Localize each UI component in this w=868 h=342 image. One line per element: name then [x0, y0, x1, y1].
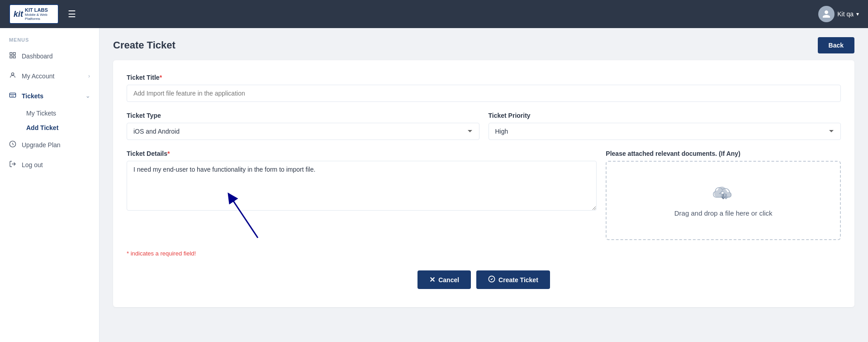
- svg-point-4: [11, 73, 14, 75]
- user-name: Kit qa: [837, 10, 854, 18]
- sidebar-item-my-tickets[interactable]: My Tickets: [22, 106, 99, 120]
- ticket-title-input[interactable]: [127, 85, 841, 102]
- sidebar-logout-label: Log out: [22, 161, 43, 169]
- form-actions: ✕ Cancel Create Ticket: [127, 264, 841, 294]
- user-menu[interactable]: Kit qa ▾: [818, 6, 859, 22]
- sidebar-item-tickets[interactable]: Tickets ⌄: [0, 86, 99, 106]
- cancel-x-icon: ✕: [429, 275, 435, 284]
- sidebar-item-dashboard[interactable]: Dashboard: [0, 46, 99, 66]
- ticket-priority-label: Ticket Priority: [489, 112, 841, 119]
- details-upload-row: Ticket Details* I need my end-user to ha…: [127, 150, 841, 240]
- required-asterisk: *: [160, 74, 162, 81]
- ticket-title-label: Ticket Title*: [127, 74, 841, 81]
- svg-rect-2: [10, 56, 12, 58]
- sidebar-item-upgrade-plan[interactable]: Upgrade Plan: [0, 135, 99, 155]
- main-content: Create Ticket Back Ticket Title* Ticket …: [100, 28, 868, 342]
- upgrade-plan-icon: [9, 140, 16, 149]
- page-title: Create Ticket: [113, 39, 175, 51]
- sidebar-item-my-account[interactable]: My Account ›: [0, 66, 99, 86]
- avatar: [818, 6, 835, 22]
- svg-rect-3: [13, 56, 15, 58]
- sidebar: MENUS Dashboard My Account › Tickets ⌄ M…: [0, 28, 100, 342]
- type-priority-row: Ticket Type iOS and Android Web Backend …: [127, 112, 841, 140]
- nav-left: kit KIT LABS Mobile & Web Platforms ☰: [9, 4, 76, 24]
- sidebar-item-add-ticket[interactable]: Add Ticket: [22, 120, 99, 135]
- ticket-details-col: Ticket Details* I need my end-user to ha…: [127, 150, 597, 240]
- sidebar-my-account-label: My Account: [22, 72, 54, 80]
- my-account-arrow-icon: ›: [88, 73, 90, 79]
- create-ticket-form: Ticket Title* Ticket Type iOS and Androi…: [113, 60, 854, 307]
- log-out-icon: [9, 160, 16, 169]
- svg-rect-5: [9, 93, 15, 97]
- my-account-icon: [9, 72, 16, 81]
- ticket-priority-col: Ticket Priority High Medium Low: [489, 112, 841, 140]
- menus-label: MENUS: [0, 33, 99, 46]
- logo-brand: KIT LABS: [25, 7, 54, 13]
- sidebar-tickets-label: Tickets: [22, 92, 43, 100]
- logo-brand-block: KIT LABS Mobile & Web Platforms: [25, 7, 54, 21]
- ticket-title-group: Ticket Title*: [127, 74, 841, 102]
- file-upload-zone[interactable]: Drag and drop a file here or click: [606, 161, 841, 240]
- dashboard-icon: [9, 52, 16, 61]
- ticket-type-label: Ticket Type: [127, 112, 479, 119]
- tickets-arrow-icon: ⌄: [85, 93, 90, 99]
- ticket-type-select[interactable]: iOS and Android Web Backend Design: [127, 123, 479, 140]
- upload-cloud-icon: [712, 184, 734, 204]
- upload-text: Drag and drop a file here or click: [674, 209, 773, 217]
- ticket-details-textarea[interactable]: I need my end-user to have functionality…: [127, 161, 597, 211]
- back-button[interactable]: Back: [818, 37, 854, 53]
- logo: kit KIT LABS Mobile & Web Platforms: [9, 4, 59, 24]
- page-header: Create Ticket Back: [100, 28, 868, 60]
- hamburger-icon[interactable]: ☰: [68, 9, 76, 19]
- ticket-details-label: Ticket Details*: [127, 150, 597, 157]
- tickets-icon: [9, 92, 16, 101]
- create-check-icon: [488, 275, 495, 284]
- logo-sub: Mobile & Web Platforms: [25, 13, 54, 21]
- svg-rect-1: [13, 53, 15, 55]
- logo-kit-text: kit: [14, 10, 23, 19]
- ticket-priority-select[interactable]: High Medium Low: [489, 123, 841, 140]
- sidebar-upgrade-label: Upgrade Plan: [22, 141, 61, 149]
- create-ticket-button[interactable]: Create Ticket: [476, 270, 550, 289]
- top-navigation: kit KIT LABS Mobile & Web Platforms ☰ Ki…: [0, 0, 868, 28]
- user-chevron-down-icon: ▾: [856, 11, 859, 17]
- upload-col: Please attached relevant documents. (If …: [606, 150, 841, 240]
- ticket-type-col: Ticket Type iOS and Android Web Backend …: [127, 112, 479, 140]
- sidebar-dashboard-label: Dashboard: [22, 53, 53, 60]
- tickets-submenu: My Tickets Add Ticket: [0, 106, 99, 135]
- sidebar-item-log-out[interactable]: Log out: [0, 155, 99, 175]
- cancel-button[interactable]: ✕ Cancel: [417, 270, 471, 289]
- required-note: * indicates a required field!: [127, 250, 841, 257]
- svg-rect-0: [10, 53, 12, 55]
- upload-label: Please attached relevant documents. (If …: [606, 150, 841, 157]
